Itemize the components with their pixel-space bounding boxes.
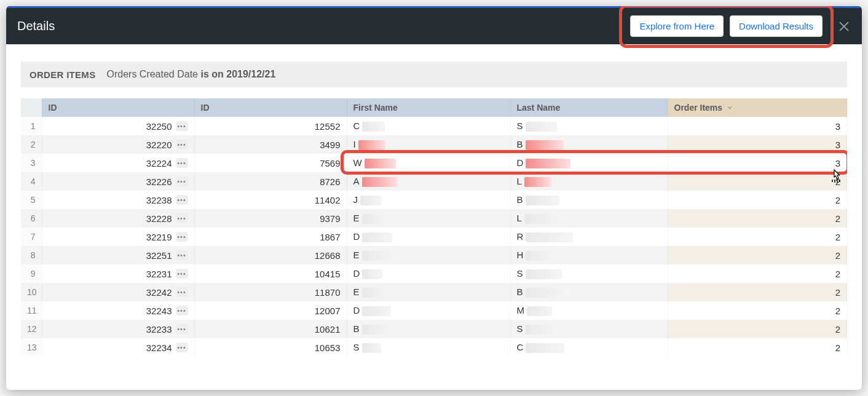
cell-order-items: 3 [668,154,847,172]
cell-id1: 32219••• [42,228,194,246]
row-actions-button[interactable]: ••• [176,195,188,205]
column-header-first-name[interactable]: First Name [347,98,510,117]
table-row[interactable]: 1132243•••12007DM2 [21,301,847,320]
cell-last-name: S [510,264,668,283]
cell-first-name-initial: D [353,231,360,242]
table-row[interactable]: 1232233•••10621BS2 [21,320,847,338]
row-number: 11 [21,301,42,320]
table-row[interactable]: 432226•••8726AL2 [21,172,847,191]
cell-first-name-initial: J [353,194,358,205]
row-actions-button[interactable]: ••• [176,232,188,242]
modal-header: Details Explore from Here Download Resul… [6,6,862,44]
cell-id2: 10621 [194,320,347,338]
explore-from-here-button[interactable]: Explore from Here [630,15,724,37]
row-actions-button[interactable]: ••• [176,269,188,279]
cell-order-items: 2 [668,283,847,301]
details-modal: Details Explore from Here Download Resul… [6,6,862,390]
row-actions-button[interactable]: ••• [176,287,188,297]
cell-first-name: E [347,246,510,264]
cell-id1-value: 32219 [146,232,172,242]
column-header-id2[interactable]: ID [194,98,347,117]
cell-id1-value: 32220 [146,140,172,150]
cell-last-name: B [510,191,668,209]
download-results-button[interactable]: Download Results [730,15,823,37]
row-actions-button[interactable]: ••• [176,324,188,334]
cell-last-name: C [510,338,668,357]
table-row[interactable]: 732219•••1867DR2 [21,228,847,246]
cell-order-items: 2 [668,264,847,283]
row-actions-button[interactable]: ••• [176,158,188,168]
row-number: 5 [21,191,42,209]
cell-id2: 9379 [194,209,347,228]
sort-desc-icon [726,104,733,111]
table-row[interactable]: 1032242•••11870EB2 [21,283,847,301]
row-number: 8 [21,246,42,264]
cell-last-name: B [510,283,668,301]
cell-id1: 32250••• [42,117,194,135]
close-button[interactable] [837,20,851,33]
redacted-text [526,343,564,353]
cell-first-name-initial: E [353,213,360,223]
cell-last-name-initial: L [517,176,522,186]
cell-last-name-initial: S [517,323,523,334]
cell-last-name: L [510,209,668,228]
cell-id1: 32228••• [42,209,194,228]
cell-id2: 12668 [194,246,347,264]
modal-content: ORDER ITEMS Orders Created Date is on 20… [6,44,862,390]
cell-last-name-initial: M [517,305,525,315]
column-header-id1[interactable]: ID [42,98,194,117]
redacted-text [362,214,388,224]
row-actions-button[interactable]: ••• [176,121,188,131]
cell-id1-value: 32242 [146,287,172,298]
redacted-text [524,214,565,224]
table-row[interactable]: 1332234•••10653SC2 [21,338,847,357]
cell-first-name: D [347,301,510,320]
table-row[interactable]: 132250•••12552CS3 [21,117,847,135]
cell-id2: 10415 [194,264,347,283]
redacted-text [526,159,570,168]
cell-order-items: 2 [668,246,847,264]
row-actions-button[interactable]: ••• [176,140,188,149]
table-row[interactable]: 832251•••12668EH2 [21,246,847,264]
row-number: 10 [21,283,42,301]
filter-prefix: Orders Created Date [106,69,198,79]
row-actions-button[interactable]: ••• [176,176,188,186]
row-actions-button[interactable]: ••• [176,306,188,315]
column-header-last-name[interactable]: Last Name [510,98,668,117]
cell-first-name: E [347,209,510,228]
cell-id1-value: 32238 [146,195,172,205]
table-row[interactable]: 532238•••11402JB2 [21,191,847,209]
redacted-text [527,306,552,316]
row-actions-button[interactable]: ••• [176,250,188,260]
cell-order-items: 2 [668,301,847,320]
cell-order-items: 3 [668,135,847,154]
cell-last-name-initial: L [517,213,522,223]
cell-last-name: D [510,154,668,172]
cell-id1: 32224••• [42,154,194,172]
column-header-rownum [21,98,42,117]
cell-id1: 32251••• [42,246,194,264]
cell-last-name-initial: H [517,250,524,260]
cell-order-items: 3 [668,117,847,135]
cell-last-name-initial: R [517,231,524,242]
column-header-order-items[interactable]: Order Items [668,98,847,117]
redacted-text [362,232,392,242]
cell-last-name-initial: D [517,157,524,168]
column-header-order-items-label: Order Items [674,103,723,113]
cell-first-name: A [347,172,510,191]
row-actions-button[interactable]: ••• [176,343,188,352]
row-number: 6 [21,209,42,228]
table-row[interactable]: 332224•••7569WD3 [21,154,847,172]
cell-order-items: 2 [668,172,847,191]
filter-bar: ORDER ITEMS Orders Created Date is on 20… [21,61,847,87]
cell-id1: 32233••• [42,320,194,338]
table-header-row: ID ID First Name Last Name Order Items [21,98,847,117]
cell-id2: 8726 [194,172,347,191]
cell-first-name: W [347,154,510,172]
table-row[interactable]: 932231•••10415DS2 [21,264,847,283]
table-row[interactable]: 632228•••9379EL2 [21,209,847,228]
redacted-text [362,177,398,187]
redacted-text [362,288,387,298]
row-actions-button[interactable]: ••• [176,213,188,223]
table-row[interactable]: 232220•••3499IB3 [21,135,847,154]
